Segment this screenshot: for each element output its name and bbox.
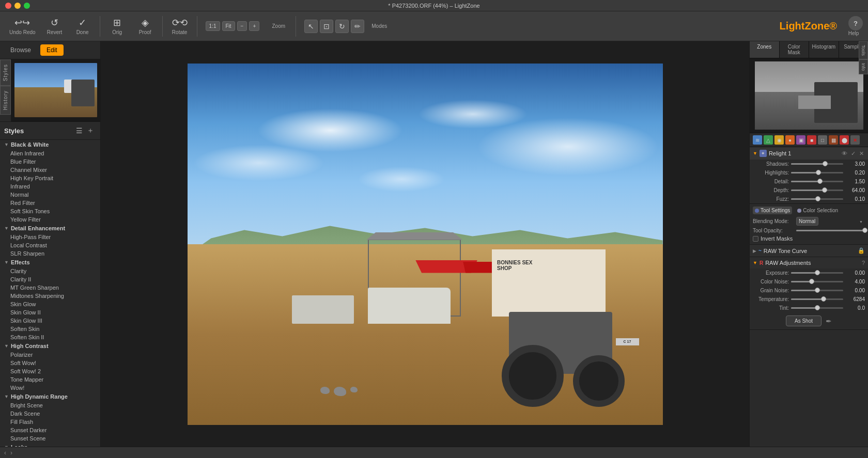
histogram-tab[interactable]: Histogram [809,41,839,58]
style-item[interactable]: SLR Sharpen [0,249,100,258]
opacity-thumb[interactable] [862,228,867,233]
color-mask-tab[interactable]: Color Mask [780,41,810,58]
style-item[interactable]: Clarity [0,267,100,275]
style-group-detail-enhancement[interactable]: ▼Detail Enhancement [0,224,100,233]
zone-color-7[interactable]: □ [818,135,827,145]
slider-thumb[interactable] [817,179,823,184]
zone-color-2[interactable]: △ [764,135,773,145]
zones-tab[interactable]: Zones [750,41,780,58]
style-group-high-contrast[interactable]: ▼High Contrast [0,341,100,351]
zone-color-6[interactable]: ■ [807,135,816,145]
raw-adj-help-icon[interactable]: ? [862,260,865,266]
orig-button[interactable]: ⊞ Orig [104,15,130,37]
style-item[interactable]: Channel Mixer [0,166,100,174]
style-item[interactable]: Red Filter [0,199,100,207]
color-selection-tab[interactable]: Color Selection [795,207,840,214]
raw-slider-thumb[interactable] [821,296,826,302]
as-shot-button[interactable]: As Shot [786,315,822,326]
raw-slider-track[interactable] [791,307,843,309]
style-item[interactable]: Polarizer [0,351,100,359]
relight-close-btn[interactable]: ✕ [858,150,865,157]
undo-redo-button[interactable]: ↩↪ Undo Redo [5,15,40,37]
mode-arrow-button[interactable]: ↖ [304,20,318,33]
zoom-in-button[interactable]: + [249,21,259,31]
opacity-slider[interactable] [796,230,865,231]
eyedropper-icon[interactable]: ✒ [826,317,832,325]
raw-slider-thumb[interactable] [815,288,820,293]
raw-slider-thumb[interactable] [815,305,820,310]
zoom-button[interactable]: Zoom [266,21,291,31]
style-item[interactable]: Soften Skin [0,325,100,333]
zoom-11-button[interactable]: 1:1 [206,21,220,31]
done-button[interactable]: ✓ Done [70,15,96,37]
nav-left-button[interactable]: ‹ [4,449,6,456]
styles-vert-tab[interactable]: Styles [0,59,11,86]
style-item[interactable]: Alien Infrared [0,149,100,157]
zone-color-5[interactable]: ▣ [796,135,805,145]
style-item[interactable]: Skin Glow III [0,317,100,325]
proof-button[interactable]: ◈ Proof [132,15,158,37]
slider-track[interactable] [791,172,843,173]
style-item[interactable]: Blue Filter [0,157,100,166]
style-item[interactable]: Skin Glow [0,300,100,308]
history-vert-tab[interactable]: History [0,86,11,115]
style-group-high-dynamic-range[interactable]: ▼High Dynamic Range [0,392,100,401]
slider-thumb[interactable] [816,170,821,175]
browse-tab[interactable]: Browse [4,44,37,56]
raw-slider-thumb[interactable] [809,279,814,284]
style-item[interactable]: Normal [0,191,100,199]
style-item[interactable]: Midtones Sharpening [0,292,100,300]
zoom-fit-button[interactable]: Fit [222,21,235,31]
style-group-looks[interactable]: ▼Looks [0,443,100,447]
raw-slider-thumb[interactable] [815,270,820,275]
raw-slider-track[interactable] [791,281,843,282]
style-item[interactable]: Local Contrast [0,241,100,249]
zone-color-8[interactable]: ▦ [829,135,838,145]
style-item[interactable]: Clarity II [0,275,100,283]
rotate-button[interactable]: ⟳⟲ Rotate [167,15,193,37]
zone-color-4[interactable]: ● [785,135,795,145]
zoom-out-button[interactable]: − [237,21,247,31]
zone-color-3[interactable]: ◉ [774,135,784,145]
style-item[interactable]: Soft Wow! 2 [0,367,100,375]
slider-thumb[interactable] [822,187,827,193]
raw-slider-track[interactable] [791,272,843,274]
tools-vert-tab[interactable]: Tools [859,41,868,59]
style-item[interactable]: Sunset Scene [0,434,100,443]
mode-rotate-button[interactable]: ↻ [335,20,349,33]
blending-mode-select[interactable]: Normal [796,217,818,226]
slider-thumb[interactable] [815,196,820,201]
style-item[interactable]: Skin Glow II [0,308,100,317]
minimize-button[interactable] [14,3,21,9]
style-item[interactable]: Tone Mapper [0,375,100,384]
style-item[interactable]: Infrared [0,182,100,191]
style-item[interactable]: Wow! [0,384,100,392]
maximize-button[interactable] [24,3,30,9]
style-item[interactable]: Yellow Filter [0,215,100,224]
style-item[interactable]: High Key Portrait [0,174,100,182]
relight-eye-btn[interactable]: 👁 [841,150,848,157]
style-item[interactable]: Fill Flash [0,418,100,426]
raw-slider-track[interactable] [791,290,843,291]
style-item[interactable]: Dark Scene [0,409,100,418]
raw-tone-curve-header[interactable]: ▶ ~ RAW Tone Curve 🔒 [750,245,868,257]
slider-track[interactable] [791,181,843,182]
invert-masks-checkbox[interactable] [753,236,758,242]
modes-button[interactable]: Modes [366,21,392,31]
style-item[interactable]: Sunset Darker [0,426,100,434]
relight-check-btn[interactable]: ✓ [850,150,857,157]
style-group-effects[interactable]: ▼Effects [0,258,100,267]
mode-crop-button[interactable]: ⊡ [320,20,333,33]
styles-add-icon[interactable]: ＋ [85,125,96,136]
nav-right-button[interactable]: › [10,449,12,456]
style-item[interactable]: High-Pass Filter [0,233,100,241]
revert-button[interactable]: ↺ Revert [42,15,68,37]
tool-settings-tab[interactable]: Tool Settings [753,207,792,214]
edit-tab[interactable]: Edit [40,44,64,56]
help-group[interactable]: ? Help [844,16,863,36]
style-item[interactable]: Soft Wow! [0,359,100,367]
info-vert-tab[interactable]: Info [859,59,868,74]
styles-list-icon[interactable]: ☰ [74,125,85,136]
slider-track[interactable] [791,163,843,165]
style-item[interactable]: MT Green Sharpen [0,283,100,292]
